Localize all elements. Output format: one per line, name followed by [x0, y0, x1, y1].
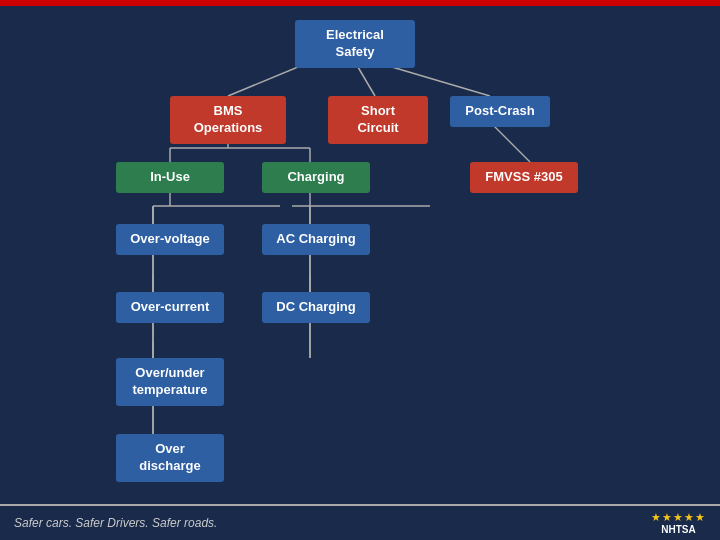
electrical-safety-node: Electrical Safety — [295, 20, 415, 68]
fmvss-node: FMVSS #305 — [470, 162, 578, 193]
footer-tagline: Safer cars. Safer Drivers. Safer roads. — [14, 516, 217, 530]
post-crash-node: Post-Crash — [450, 96, 550, 127]
connector-lines — [0, 6, 720, 540]
over-discharge-node: Over discharge — [116, 434, 224, 482]
nhtsa-logo: ★★★★★ NHTSA — [651, 511, 706, 535]
tree-diagram: Electrical Safety BMS Operations Short C… — [0, 6, 720, 496]
svg-line-7 — [490, 122, 530, 162]
footer: Safer cars. Safer Drivers. Safer roads. … — [0, 504, 720, 540]
over-current-node: Over-current — [116, 292, 224, 323]
nhtsa-brand: NHTSA — [661, 524, 695, 535]
in-use-node: In-Use — [116, 162, 224, 193]
over-under-temp-node: Over/under temperature — [116, 358, 224, 406]
bms-operations-node: BMS Operations — [170, 96, 286, 144]
nhtsa-stars: ★★★★★ — [651, 511, 706, 524]
ac-charging-node: AC Charging — [262, 224, 370, 255]
short-circuit-node: Short Circuit — [328, 96, 428, 144]
charging-node: Charging — [262, 162, 370, 193]
over-voltage-node: Over-voltage — [116, 224, 224, 255]
dc-charging-node: DC Charging — [262, 292, 370, 323]
